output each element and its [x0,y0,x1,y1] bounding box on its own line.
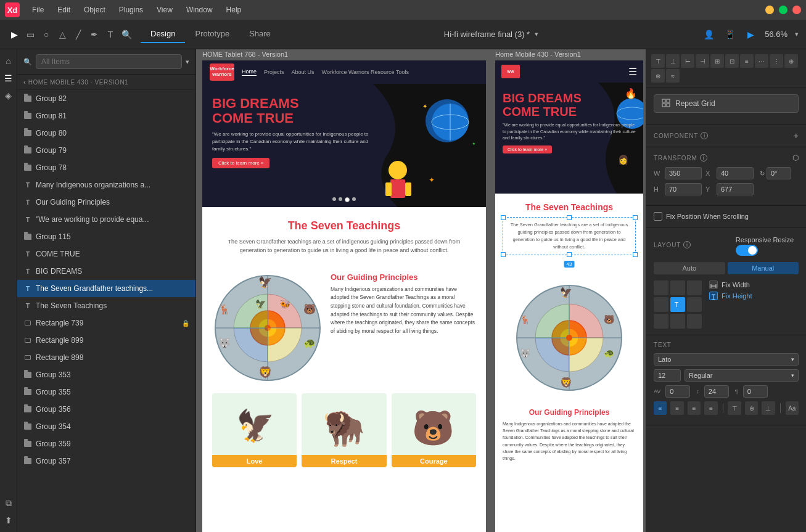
layer-sevengrandfather[interactable]: T The Seven Grandfather teachings... [17,280,195,297]
font-size-input[interactable] [654,369,681,382]
y-input[interactable] [717,183,754,195]
tablet-nav-home[interactable]: Home [242,68,257,76]
para-spacing-input[interactable] [743,385,768,398]
tablet-nav-about[interactable]: About Us [292,69,315,75]
align-right-btn[interactable]: ⊡ [725,54,739,68]
padding-btn[interactable]: ⊗ [651,69,665,83]
transform-info[interactable]: i [700,154,707,162]
handle-bl[interactable] [501,252,506,257]
layer-group115[interactable]: Group 115 [17,228,195,245]
dropdown-icon[interactable]: ▾ [535,30,538,38]
tablet-nav-resource[interactable]: Workforce Warriors Resource Tools [322,69,409,75]
font-style-dropdown[interactable]: Regular ▾ [685,369,799,382]
layer-group354[interactable]: Group 354 [17,418,195,435]
text-align-center[interactable]: ≡ [670,401,683,415]
layer-group356[interactable]: Group 356 [17,401,195,418]
zoom-tool[interactable]: 🔍 [120,28,133,41]
menu-help[interactable]: Help [220,3,248,17]
text-align-justify[interactable]: ≡ [704,401,717,415]
repeat-grid-button[interactable]: Repeat Grid [654,94,799,113]
tidy-btn[interactable]: ⋮ [770,54,783,68]
tab-design[interactable]: Design [141,25,185,43]
pos-tl[interactable] [654,280,668,295]
layer-manyindigenous[interactable]: T Many Indigenous organizations a... [17,176,195,194]
component-add-btn[interactable]: + [794,131,799,141]
pos-tc[interactable] [670,280,685,295]
width-input[interactable] [665,167,702,179]
layer-rect898[interactable]: Rectangle 898 [17,349,195,366]
responsive-toggle[interactable] [736,245,758,256]
stack-btn[interactable]: ≈ [666,69,680,83]
x-input[interactable] [717,167,754,179]
layer-group79[interactable]: Group 79 [17,142,195,159]
text-tool[interactable]: T [104,28,117,41]
menu-file[interactable]: File [26,3,50,17]
breadcrumb-back[interactable]: ‹ [23,78,26,86]
minimize-button[interactable] [765,6,774,14]
menu-edit[interactable]: Edit [51,3,76,17]
zoom-level[interactable]: 56.6% [765,30,787,39]
layer-group80[interactable]: Group 80 [17,125,195,142]
tablet-nav-projects[interactable]: Projects [264,69,284,75]
layers-tool[interactable]: ☰ [2,72,15,85]
layer-rect739[interactable]: Rectangle 739 🔒 [17,314,195,332]
align-vcenter-btn[interactable]: ⊥ [666,54,680,68]
zoom-dropdown-icon[interactable]: ▾ [795,30,799,38]
menu-view[interactable]: View [150,3,179,17]
align-left-btn[interactable]: ⊣ [696,54,709,68]
manual-mode-btn[interactable]: Manual [728,262,799,274]
maximize-button[interactable] [779,6,787,14]
menu-window[interactable]: Window [180,3,219,17]
fix-width-indicator[interactable] [709,280,718,289]
canvas-area[interactable]: HOME Tablet 768 - Version1 Home Mobile 4… [196,49,646,532]
user-icon[interactable]: 👤 [702,28,715,41]
layer-cometrue[interactable]: T COME TRUE [17,245,195,263]
layer-group357[interactable]: Group 357 [17,452,195,470]
play-icon[interactable]: ▶ [744,28,757,41]
line-height-input[interactable] [704,385,729,398]
height-input[interactable] [665,183,702,195]
home-tool[interactable]: ⌂ [2,54,15,68]
text-align-left[interactable]: ≡ [654,401,667,415]
text-valign-mid[interactable]: ⊕ [745,401,758,415]
grid-btn[interactable]: ⊕ [784,54,798,68]
char-spacing-input[interactable] [665,385,690,398]
search-dropdown-icon[interactable]: ▾ [186,58,189,66]
handle-tr[interactable] [633,215,638,220]
layer-ourguiding[interactable]: T Our Guiding Principles [17,194,195,211]
handle-tl[interactable] [501,215,506,220]
handle-tm[interactable] [567,215,572,220]
dist-v-btn[interactable]: ⋯ [755,54,768,68]
layer-group78[interactable]: Group 78 [17,159,195,176]
pos-mc[interactable]: T [670,297,685,312]
text-valign-bot[interactable]: ⊥ [762,401,775,415]
tab-prototype[interactable]: Prototype [185,25,239,43]
dist-h-btn[interactable]: ≡ [740,54,754,68]
text-caps[interactable]: Aa [786,401,799,415]
pos-mr[interactable] [687,297,702,312]
auto-mode-btn[interactable]: Auto [654,262,725,274]
fix-position-checkbox[interactable] [654,212,662,221]
align-hcenter-btn[interactable]: ⊞ [710,54,724,68]
handle-bm[interactable] [567,252,572,257]
plugins-tool[interactable]: ⧉ [2,496,15,510]
select-tool[interactable]: ▶ [7,28,21,41]
layer-group355[interactable]: Group 355 [17,383,195,401]
align-top-btn[interactable]: ⊤ [651,54,665,68]
rectangle-tool[interactable]: ▭ [23,28,37,41]
pos-bc[interactable] [670,314,685,329]
pos-tr[interactable] [687,280,702,295]
menu-plugins[interactable]: Plugins [113,3,149,17]
layer-group353[interactable]: Group 353 [17,366,195,383]
layer-group82[interactable]: Group 82 [17,90,195,107]
device-icon[interactable]: 📱 [723,28,736,41]
rotation-input[interactable] [767,167,791,179]
layer-group359[interactable]: Group 359 [17,435,195,452]
tab-share[interactable]: Share [239,25,281,43]
transform-3d-icon[interactable]: ⬡ [792,153,799,162]
pos-ml[interactable] [654,297,668,312]
layer-rect899[interactable]: Rectangle 899 [17,332,195,349]
text-valign-top[interactable]: ⊤ [728,401,741,415]
pen-tool[interactable]: ✒ [88,28,101,41]
handle-br[interactable] [633,252,638,257]
